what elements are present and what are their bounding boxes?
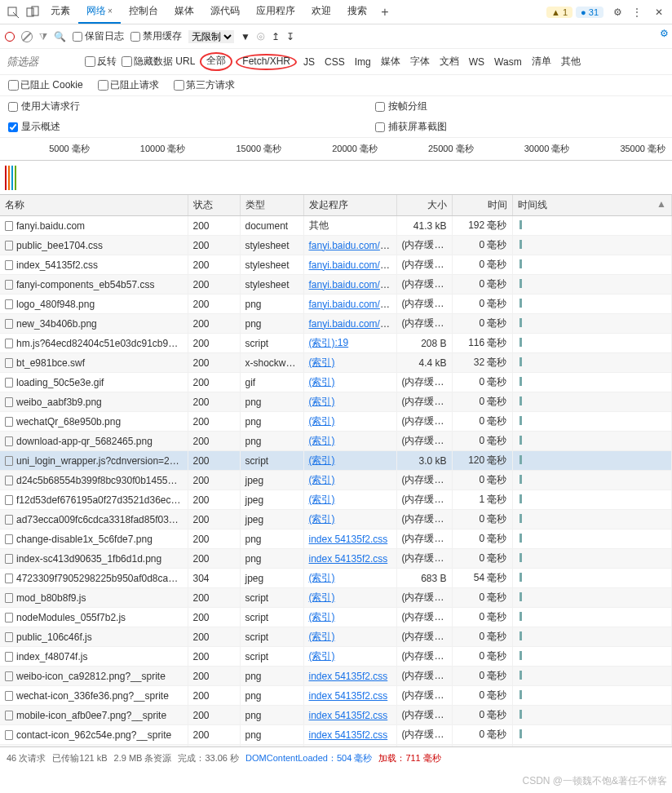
table-row[interactable]: hm.js?64ecd82404c51e03dc91cb9e8…200scrip…: [0, 334, 672, 353]
table-row[interactable]: mod_b80b8f9.js200script(索引)(内存缓存)0 毫秒: [0, 588, 672, 608]
dcl-time: DOMContentLoaded：504 毫秒: [245, 752, 372, 764]
tab-应用程序[interactable]: 应用程序: [248, 0, 303, 24]
tab-媒体[interactable]: 媒体: [166, 0, 202, 24]
close-icon[interactable]: ✕: [649, 2, 669, 22]
upload-icon[interactable]: ↥: [272, 31, 280, 42]
col-type[interactable]: 类型: [240, 195, 303, 216]
table-row[interactable]: fanyi.baidu.com200document其他41.3 kB192 毫…: [0, 216, 672, 236]
table-row[interactable]: loading_50c5e3e.gif200gif(索引)(内存缓存)0 毫秒: [0, 373, 672, 392]
table-row[interactable]: d24c5b68554b399f8bc930f0b1455b…200jpeg(索…: [0, 471, 672, 490]
filter-icon[interactable]: ⧩: [39, 31, 47, 42]
blocked-cookies-checkbox[interactable]: 已阻止 Cookie: [8, 78, 83, 92]
table-row[interactable]: index_54135f2.css200stylesheetfanyi.baid…: [0, 255, 672, 275]
filter-WS[interactable]: WS: [466, 55, 488, 69]
device-icon[interactable]: [23, 2, 42, 22]
overview-strip[interactable]: [0, 161, 672, 195]
filter-其他[interactable]: 其他: [558, 54, 584, 69]
filter-字体[interactable]: 字体: [407, 54, 433, 69]
table-row[interactable]: index-sc413d90635_1fb6d1d.png200pngindex…: [0, 549, 672, 569]
waterfall-bar: [519, 475, 522, 484]
tab-控制台[interactable]: 控制台: [121, 0, 166, 24]
table-row[interactable]: logo_480f948.png200pngfanyi.baidu.com/:4…: [0, 295, 672, 314]
table-row[interactable]: new_34b406b.png200pngfanyi.baidu.com/:1……: [0, 314, 672, 334]
info-badge[interactable]: ● 31: [576, 7, 603, 18]
waterfall-bar: [519, 631, 522, 640]
filter-CSS[interactable]: CSS: [321, 55, 348, 69]
table-row[interactable]: nodeModules_055f7b2.js200script(索引)(内存缓存…: [0, 608, 672, 627]
preserve-log-checkbox[interactable]: 保留日志: [73, 29, 124, 43]
table-row[interactable]: public_106c46f.js200script(索引)(内存缓存)0 毫秒: [0, 627, 672, 647]
search-icon[interactable]: 🔍: [54, 31, 66, 42]
tab-网络[interactable]: 网络×: [78, 0, 121, 24]
throttle-caret-icon[interactable]: ▼: [241, 31, 250, 42]
filter-文档[interactable]: 文档: [436, 54, 462, 69]
tab-元素[interactable]: 元素: [42, 0, 78, 24]
filter-Fetch/XHR[interactable]: Fetch/XHR: [236, 54, 297, 70]
table-row[interactable]: ad73ecca009fc6cdca3318fad85f031…200jpeg(…: [0, 510, 672, 529]
filter-全部[interactable]: 全部: [200, 52, 232, 71]
warning-badge[interactable]: ▲ 1: [546, 7, 573, 18]
inspect-icon[interactable]: [3, 2, 23, 22]
record-icon[interactable]: [5, 32, 15, 42]
invert-checkbox[interactable]: 反转: [85, 55, 117, 69]
file-icon: [5, 671, 13, 681]
table-row[interactable]: weibo_aabf3b9.png200png(索引)(内存缓存)0 毫秒: [0, 392, 672, 412]
show-overview-checkbox[interactable]: 显示概述: [8, 120, 351, 134]
tab-搜索[interactable]: 搜索: [339, 0, 375, 24]
table-row[interactable]: change-disable1x_5c6fde7.png200pngindex …: [0, 529, 672, 549]
table-row[interactable]: download-app-qr_5682465.png200png(索引)(内存…: [0, 432, 672, 451]
download-icon[interactable]: ↧: [286, 31, 294, 42]
col-initiator[interactable]: 发起程序: [303, 195, 396, 216]
file-icon: [5, 476, 13, 485]
disable-cache-checkbox[interactable]: 禁用缓存: [130, 29, 182, 43]
filter-Wasm[interactable]: Wasm: [491, 55, 525, 69]
settings-icon[interactable]: ⚙: [610, 7, 625, 18]
waterfall-bar: [519, 338, 522, 347]
throttling-select[interactable]: 无限制: [188, 30, 234, 43]
wifi-icon[interactable]: ⦾: [257, 31, 265, 42]
panel-settings-icon[interactable]: ⚙: [660, 28, 669, 39]
file-icon: [5, 280, 13, 290]
filter-bar: 反转 隐藏数据 URL 全部Fetch/XHRJSCSSImg媒体字体文档WSW…: [0, 49, 672, 75]
hide-data-url-checkbox[interactable]: 隐藏数据 URL: [122, 55, 195, 69]
col-name[interactable]: 名称: [0, 195, 188, 216]
file-icon: [5, 691, 13, 701]
blocked-requests-checkbox[interactable]: 已阻止请求: [98, 78, 159, 92]
col-time[interactable]: 时间: [452, 195, 512, 216]
table-row[interactable]: wechatQr_68e950b.png200png(索引)(内存缓存)0 毫秒: [0, 412, 672, 432]
table-row[interactable]: fanyi-components_eb54b57.css200styleshee…: [0, 275, 672, 295]
screenshots-checkbox[interactable]: 捕获屏幕截图: [375, 120, 447, 134]
group-by-frame-checkbox[interactable]: 按帧分组: [375, 100, 427, 113]
col-status[interactable]: 状态: [188, 195, 240, 216]
filter-Img[interactable]: Img: [351, 55, 374, 69]
more-icon[interactable]: ⋮: [630, 7, 644, 18]
waterfall-bar: [519, 729, 522, 738]
add-tab-icon[interactable]: +: [375, 2, 395, 22]
clear-icon[interactable]: [21, 31, 33, 42]
tab-欢迎[interactable]: 欢迎: [303, 0, 339, 24]
timeline-tick: 25000 毫秒: [384, 143, 480, 160]
table-row[interactable]: wechat-icon_336fe36.png?__sprite200pngin…: [0, 686, 672, 706]
file-icon: [5, 241, 13, 250]
filter-JS[interactable]: JS: [300, 55, 318, 69]
table-row[interactable]: public_bee1704.css200stylesheetfanyi.bai…: [0, 236, 672, 255]
col-size[interactable]: 大小: [396, 195, 452, 216]
table-row[interactable]: index_f48074f.js200script(索引)(内存缓存)0 毫秒: [0, 647, 672, 667]
filter-清单[interactable]: 清单: [528, 54, 555, 69]
table-row[interactable]: uni_login_wrapper.js?cdnversion=20…200sc…: [0, 451, 672, 471]
file-icon: [5, 574, 13, 583]
table-row[interactable]: f12d53def676195a0f27d3521d36ecb…200jpeg(…: [0, 490, 672, 510]
col-waterfall[interactable]: 时间线 ▲: [512, 195, 672, 216]
table-row[interactable]: mobile-icon_afb0ee7.png?__sprite200pngin…: [0, 706, 672, 725]
table-row[interactable]: bt_e981bce.swf200x-shockw…(索引)4.4 kB32 毫…: [0, 353, 672, 373]
table-row[interactable]: weibo-icon_ca92812.png?__sprite200pngind…: [0, 667, 672, 686]
file-icon: [5, 358, 13, 368]
filter-input[interactable]: [7, 55, 80, 68]
overview-ruler[interactable]: 5000 毫秒10000 毫秒15000 毫秒20000 毫秒25000 毫秒3…: [0, 138, 672, 161]
table-row[interactable]: contact-icon_962c54e.png?__sprite200pngi…: [0, 725, 672, 745]
table-row[interactable]: 4723309f7905298225b950af0d8ca7b…304jpeg(…: [0, 569, 672, 588]
filter-媒体[interactable]: 媒体: [378, 54, 404, 69]
large-rows-checkbox[interactable]: 使用大请求行: [8, 100, 351, 113]
tab-源代码[interactable]: 源代码: [202, 0, 248, 24]
third-party-checkbox[interactable]: 第三方请求: [174, 78, 235, 92]
